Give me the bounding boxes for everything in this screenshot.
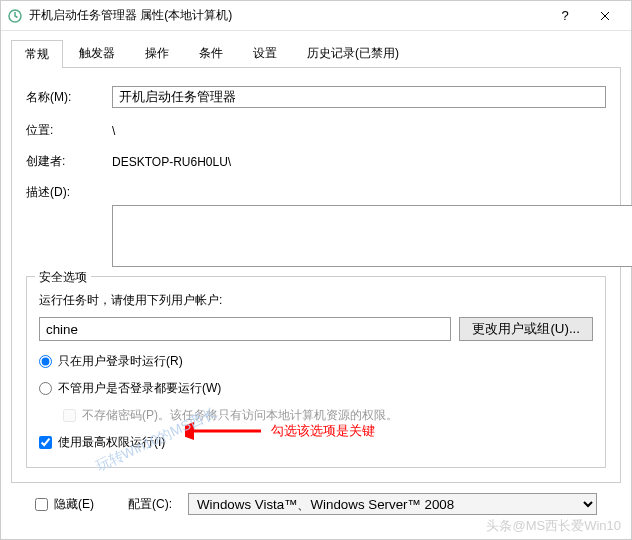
radio-loggedon-label: 只在用户登录时运行(R) (58, 353, 183, 370)
no-store-pwd-checkbox (63, 409, 76, 422)
window-title: 开机启动任务管理器 属性(本地计算机) (29, 7, 545, 24)
account-input[interactable] (39, 317, 451, 341)
highest-priv-row[interactable]: 使用最高权限运行(I) (39, 434, 593, 451)
tab-settings[interactable]: 设置 (239, 39, 291, 67)
radio-notloggedon-label: 不管用户是否登录都要运行(W) (58, 380, 221, 397)
radio-loggedon[interactable] (39, 355, 52, 368)
name-input[interactable] (112, 86, 606, 108)
tab-history[interactable]: 历史记录(已禁用) (293, 39, 413, 67)
account-label: 运行任务时，请使用下列用户帐户: (39, 292, 593, 309)
security-legend: 安全选项 (35, 269, 91, 286)
location-label: 位置: (26, 122, 112, 139)
security-fieldset: 安全选项 运行任务时，请使用下列用户帐户: 更改用户或组(U)... 只在用户登… (26, 276, 606, 468)
titlebar: 开机启动任务管理器 属性(本地计算机) ? (1, 1, 631, 31)
no-store-pwd-label: 不存储密码(P)。该任务将只有访问本地计算机资源的权限。 (82, 407, 398, 424)
panel-general: 名称(M): 位置: \ 创建者: DESKTOP-RU6H0LU\ 描述(D)… (11, 68, 621, 483)
desc-textarea[interactable] (112, 205, 632, 267)
creator-value: DESKTOP-RU6H0LU\ (112, 155, 606, 169)
name-label: 名称(M): (26, 89, 112, 106)
hidden-label: 隐藏(E) (54, 496, 94, 513)
hidden-row[interactable]: 隐藏(E) (35, 496, 94, 513)
tab-strip: 常规 触发器 操作 条件 设置 历史记录(已禁用) (11, 39, 621, 68)
creator-label: 创建者: (26, 153, 112, 170)
no-store-pwd-row: 不存储密码(P)。该任务将只有访问本地计算机资源的权限。 (63, 407, 593, 424)
tab-general[interactable]: 常规 (11, 40, 63, 68)
radio-notloggedon-row[interactable]: 不管用户是否登录都要运行(W) (39, 380, 593, 397)
tab-conditions[interactable]: 条件 (185, 39, 237, 67)
content-area: 常规 触发器 操作 条件 设置 历史记录(已禁用) 名称(M): 位置: \ 创… (1, 31, 631, 525)
tab-triggers[interactable]: 触发器 (65, 39, 129, 67)
highest-priv-checkbox[interactable] (39, 436, 52, 449)
bottom-watermark: 头条@MS西长爱Win10 (486, 517, 621, 535)
config-select[interactable]: Windows Vista™、Windows Server™ 2008 (188, 493, 597, 515)
radio-loggedon-row[interactable]: 只在用户登录时运行(R) (39, 353, 593, 370)
close-button[interactable] (585, 2, 625, 30)
help-button[interactable]: ? (545, 2, 585, 30)
tab-actions[interactable]: 操作 (131, 39, 183, 67)
dialog-window: 开机启动任务管理器 属性(本地计算机) ? 常规 触发器 操作 条件 设置 历史… (0, 0, 632, 540)
location-value: \ (112, 124, 606, 138)
highest-priv-label: 使用最高权限运行(I) (58, 434, 165, 451)
hidden-checkbox[interactable] (35, 498, 48, 511)
radio-notloggedon[interactable] (39, 382, 52, 395)
change-user-button[interactable]: 更改用户或组(U)... (459, 317, 593, 341)
config-label: 配置(C): (128, 496, 172, 513)
clock-icon (7, 8, 23, 24)
close-icon (600, 11, 610, 21)
desc-label: 描述(D): (26, 184, 112, 201)
